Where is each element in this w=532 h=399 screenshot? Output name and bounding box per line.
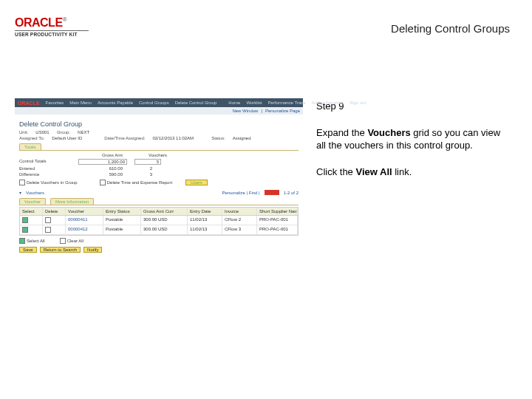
col: Entry Date (188, 208, 222, 215)
col: Short Supplier Name (257, 208, 298, 215)
col: Delete (43, 208, 66, 215)
nav-item[interactable]: Accounts Payable (98, 100, 133, 105)
group-label: Group: (57, 130, 70, 134)
row-select[interactable] (22, 217, 28, 223)
voucher-link[interactable]: 00000412 (66, 225, 103, 234)
vouchers-grid: Select Delete Voucher Entry Status Gross… (19, 207, 299, 236)
section-title: Delete Control Group (19, 120, 299, 128)
col: Invoice (222, 208, 257, 215)
instruction-panel: Step 9 Expand the Vouchers grid so you c… (316, 100, 510, 191)
brand-logo: ORACLE® USER PRODUCTIVITY KIT (15, 16, 89, 37)
nav-item[interactable]: Delete Control Group (175, 100, 217, 105)
row-delete[interactable] (45, 227, 51, 233)
status-label: Status: (211, 136, 225, 140)
clear-all[interactable]: Clear All (60, 238, 83, 244)
assigned-label: Assigned To: (19, 136, 44, 140)
instr-click-post: link. (392, 166, 412, 177)
col: Voucher (66, 208, 103, 215)
col-gross: Gross Amt (78, 153, 123, 157)
instruction-click: Click the View All link. (316, 166, 510, 179)
cell: 610.00 (78, 166, 123, 171)
col: Select (20, 208, 43, 215)
grid-personalize[interactable]: Personalize | Find | (222, 191, 260, 195)
status-value: Assigned (233, 136, 251, 140)
row-count: 1-2 of 2 (284, 191, 299, 195)
row-label: Entered (19, 166, 71, 171)
cell: 300.00 USD (141, 225, 188, 234)
nav-right[interactable]: Sign out (349, 100, 366, 105)
cell: 2 (130, 166, 152, 171)
nav-right[interactable]: Performance Trace (268, 100, 306, 105)
chk-delete-time-expense[interactable]: Delete Time and Expense Report (100, 180, 172, 185)
users-button[interactable]: Users (185, 180, 208, 185)
cell: CFlow 2 (222, 216, 257, 225)
grid-tab-voucher[interactable]: Voucher (19, 198, 46, 205)
assigned-value: Default User ID (52, 136, 82, 140)
row-select[interactable] (22, 227, 28, 233)
instr-click-bold: View All (355, 166, 392, 177)
table-row: 00000411 Postable 300.00 USD 11/02/13 CF… (20, 216, 298, 225)
select-all[interactable]: Select All (19, 238, 45, 244)
brand-subtitle: USER PRODUCTIVITY KIT (15, 30, 89, 37)
brand-name: ORACLE (15, 16, 63, 29)
vouchers-title: Vouchers (26, 191, 44, 195)
col-vouchers: Vouchers (130, 153, 167, 157)
voucher-link[interactable]: 00000411 (66, 216, 103, 225)
col: Gross Amt Curr (141, 208, 188, 215)
nav-right[interactable]: Worklist (246, 100, 262, 105)
nav-right[interactable]: Home (228, 100, 240, 105)
cell: 590.00 (78, 172, 123, 177)
view-all-link[interactable] (265, 190, 279, 195)
cell: 11/02/13 (188, 216, 222, 225)
instr-pre: Expand the (316, 127, 367, 138)
save-button[interactable]: Save (19, 247, 37, 253)
unit-label: Unit: (19, 130, 28, 134)
nav-item[interactable]: Favorites (46, 100, 64, 105)
row-delete[interactable] (45, 217, 51, 223)
notify-button[interactable]: Notify (83, 247, 102, 253)
embedded-screenshot: ORACLE Favorites Main Menu Accounts Paya… (15, 98, 303, 256)
nav-brand: ORACLE (18, 100, 40, 106)
col: Entry Status (103, 208, 141, 215)
new-window-link[interactable]: New Window (232, 109, 258, 113)
totals-tab[interactable]: Totals (19, 143, 41, 150)
row-label: Difference (19, 172, 71, 177)
cell: 300.00 USD (141, 216, 188, 225)
step-label: Step 9 (316, 100, 510, 113)
nav-right[interactable]: Add to Favorites (312, 100, 344, 105)
return-button[interactable]: Return to Search (40, 247, 81, 253)
cell: 5 (134, 159, 161, 165)
cell: 3 (130, 172, 152, 177)
unit-value: US001 (35, 130, 49, 134)
chk-delete-vouchers[interactable]: Delete Vouchers in Group (19, 180, 78, 185)
cell: 11/02/13 (188, 225, 222, 234)
nav-item[interactable]: Main Menu (69, 100, 92, 105)
date-value: 02/12/2013 11:02AM (152, 136, 194, 140)
date-label: Date/Time Assigned: (104, 136, 145, 140)
expand-vouchers-icon[interactable]: ▾ (19, 190, 21, 195)
cell: Postable (103, 216, 141, 225)
cell: PRO-PAC-001 (257, 216, 298, 225)
brand-tm: ® (63, 16, 67, 23)
cell: Postable (103, 225, 141, 234)
instruction-text: Expand the Vouchers grid so you can view… (316, 126, 510, 152)
page-title: Deleting Control Groups (391, 22, 510, 35)
cell: 1,200.00 (78, 159, 127, 165)
grid-header: Select Delete Voucher Entry Status Gross… (20, 208, 298, 216)
instr-bold1: Vouchers (367, 127, 410, 138)
table-row: 00000412 Postable 300.00 USD 11/02/13 CF… (20, 225, 298, 235)
group-value: NEXT (78, 130, 89, 134)
row-label: Control Totals (19, 159, 71, 165)
cell: PRO-PAC-001 (257, 225, 298, 234)
cell: CFlow 3 (222, 225, 257, 234)
grid-tab-more[interactable]: More Information (50, 198, 94, 205)
instr-click-pre: Click the (316, 166, 355, 177)
page-tools: New Window | Personalize Page (15, 107, 303, 115)
personalize-page-link[interactable]: Personalize Page (265, 109, 300, 113)
global-nav: ORACLE Favorites Main Menu Accounts Paya… (15, 98, 303, 107)
nav-item[interactable]: Control Groups (139, 100, 169, 105)
